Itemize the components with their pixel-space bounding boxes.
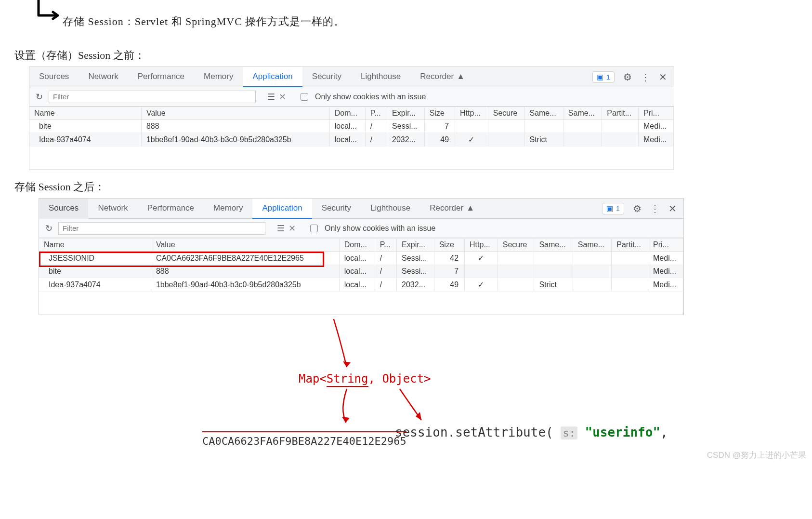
more-icon[interactable]: ⋮ bbox=[641, 71, 650, 83]
more-icon[interactable]: ⋮ bbox=[650, 203, 660, 214]
table-row[interactable]: Idea-937a4074 1bbe8ef1-90ad-40b3-b3c0-9b… bbox=[39, 278, 683, 292]
only-issues-checkbox[interactable] bbox=[310, 225, 318, 232]
col-size[interactable]: Size bbox=[434, 239, 464, 252]
filter-toggle-icon[interactable]: ☰ bbox=[267, 92, 275, 102]
only-issues-label: Only show cookies with an issue bbox=[325, 224, 435, 233]
col-partition[interactable]: Partit... bbox=[612, 239, 648, 252]
table-pad bbox=[39, 292, 683, 315]
tab-security[interactable]: Security bbox=[312, 199, 361, 219]
col-expires[interactable]: Expir... bbox=[397, 239, 434, 252]
col-name[interactable]: Name bbox=[29, 107, 141, 120]
tab-sources[interactable]: Sources bbox=[39, 199, 88, 219]
issues-count: 1 bbox=[606, 73, 610, 81]
tab-memory[interactable]: Memory bbox=[204, 199, 252, 219]
tab-recorder[interactable]: Recorder▲ bbox=[420, 199, 484, 219]
table-header: Name Value Dom... P... Expir... Size Htt… bbox=[29, 107, 674, 120]
tab-recorder[interactable]: Recorder▲ bbox=[410, 67, 474, 87]
cookies-table: Name Value Dom... P... Expir... Size Htt… bbox=[39, 238, 683, 315]
close-icon[interactable]: ✕ bbox=[659, 71, 667, 83]
col-secure[interactable]: Secure bbox=[488, 107, 524, 120]
tab-performance[interactable]: Performance bbox=[128, 67, 194, 87]
col-size[interactable]: Size bbox=[424, 107, 455, 120]
clear-icon[interactable]: ✕ bbox=[288, 223, 296, 234]
devtools-panel-after: Sources Network Performance Memory Appli… bbox=[39, 198, 684, 315]
col-partition[interactable]: Partit... bbox=[602, 107, 639, 120]
table-row[interactable]: bite 888 local... / Sessi... 7 Medi... bbox=[29, 120, 674, 133]
col-value[interactable]: Value bbox=[151, 239, 339, 252]
hand-note-text: 存储 Session：Servlet 和 SpringMVC 操作方式是一样的。 bbox=[63, 14, 345, 29]
tab-network[interactable]: Network bbox=[79, 67, 128, 87]
tab-lighthouse[interactable]: Lighthouse bbox=[361, 199, 420, 219]
col-sameparty[interactable]: Same... bbox=[573, 239, 611, 252]
reload-icon[interactable]: ↻ bbox=[33, 92, 45, 102]
reload-icon[interactable]: ↻ bbox=[43, 223, 54, 234]
table-pad bbox=[29, 146, 674, 170]
col-domain[interactable]: Dom... bbox=[329, 107, 365, 120]
table-header: Name Value Dom... P... Expir... Size Htt… bbox=[39, 239, 683, 252]
issues-count: 1 bbox=[616, 204, 620, 213]
chat-icon: ▣ bbox=[597, 73, 603, 81]
col-value[interactable]: Value bbox=[141, 107, 329, 120]
tab-lighthouse[interactable]: Lighthouse bbox=[351, 67, 410, 87]
table-row[interactable]: Idea-937a4074 1bbe8ef1-90ad-40b3-b3c0-9b… bbox=[29, 133, 674, 146]
heading-before: 设置（存储）Session 之前： bbox=[14, 48, 812, 63]
tab-memory[interactable]: Memory bbox=[194, 67, 243, 87]
issues-badge[interactable]: ▣ 1 bbox=[602, 203, 624, 214]
table-row[interactable]: JSESSIONID CA0CA6623FA6F9BE8A227E40E12E2… bbox=[39, 252, 683, 265]
filter-row: ↻ ☰ ✕ Only show cookies with an issue bbox=[29, 87, 674, 106]
devtools-panel-before: Sources Network Performance Memory Appli… bbox=[29, 67, 674, 170]
col-path[interactable]: P... bbox=[365, 107, 387, 120]
only-issues-checkbox[interactable] bbox=[301, 93, 308, 101]
col-priority[interactable]: Pri... bbox=[639, 107, 674, 120]
cookies-table: Name Value Dom... P... Expir... Size Htt… bbox=[29, 106, 674, 170]
tab-security[interactable]: Security bbox=[302, 67, 351, 87]
col-path[interactable]: P... bbox=[375, 239, 396, 252]
tab-application[interactable]: Application bbox=[243, 67, 302, 87]
col-priority[interactable]: Pri... bbox=[648, 239, 683, 252]
col-httponly[interactable]: Http... bbox=[465, 239, 498, 252]
watermark: CSDN @努力上进的小芒果 bbox=[707, 450, 806, 461]
col-expires[interactable]: Expir... bbox=[387, 107, 425, 120]
clear-icon[interactable]: ✕ bbox=[279, 92, 286, 102]
tab-application[interactable]: Application bbox=[252, 199, 312, 219]
close-icon[interactable]: ✕ bbox=[668, 203, 677, 214]
col-sameparty[interactable]: Same... bbox=[563, 107, 602, 120]
gear-icon[interactable]: ⚙ bbox=[623, 71, 632, 83]
tab-sources[interactable]: Sources bbox=[29, 67, 79, 87]
col-samesite[interactable]: Same... bbox=[534, 239, 573, 252]
tab-performance[interactable]: Performance bbox=[138, 199, 204, 219]
gear-icon[interactable]: ⚙ bbox=[633, 203, 642, 214]
recorder-flask-icon: ▲ bbox=[457, 72, 465, 81]
filter-toggle-icon[interactable]: ☰ bbox=[277, 223, 285, 234]
recorder-flask-icon: ▲ bbox=[466, 203, 474, 213]
col-httponly[interactable]: Http... bbox=[455, 107, 488, 120]
tab-network[interactable]: Network bbox=[88, 199, 137, 219]
heading-after: 存储 Session 之后： bbox=[14, 180, 812, 194]
col-name[interactable]: Name bbox=[39, 239, 151, 252]
table-row[interactable]: bite 888 local... / Sessi... 7 Medi... bbox=[39, 265, 683, 278]
chat-icon: ▣ bbox=[606, 204, 613, 213]
filter-row: ↻ ☰ ✕ Only show cookies with an issue bbox=[39, 219, 683, 238]
hand-arrow-icon bbox=[34, 0, 63, 27]
col-domain[interactable]: Dom... bbox=[339, 239, 375, 252]
col-samesite[interactable]: Same... bbox=[524, 107, 563, 120]
filter-input[interactable] bbox=[58, 222, 265, 235]
tabs-row: Sources Network Performance Memory Appli… bbox=[39, 199, 683, 219]
issues-badge[interactable]: ▣ 1 bbox=[592, 71, 615, 83]
only-issues-label: Only show cookies with an issue bbox=[315, 93, 426, 101]
col-secure[interactable]: Secure bbox=[498, 239, 534, 252]
tabs-row: Sources Network Performance Memory Appli… bbox=[29, 67, 674, 87]
filter-input[interactable] bbox=[49, 91, 256, 103]
